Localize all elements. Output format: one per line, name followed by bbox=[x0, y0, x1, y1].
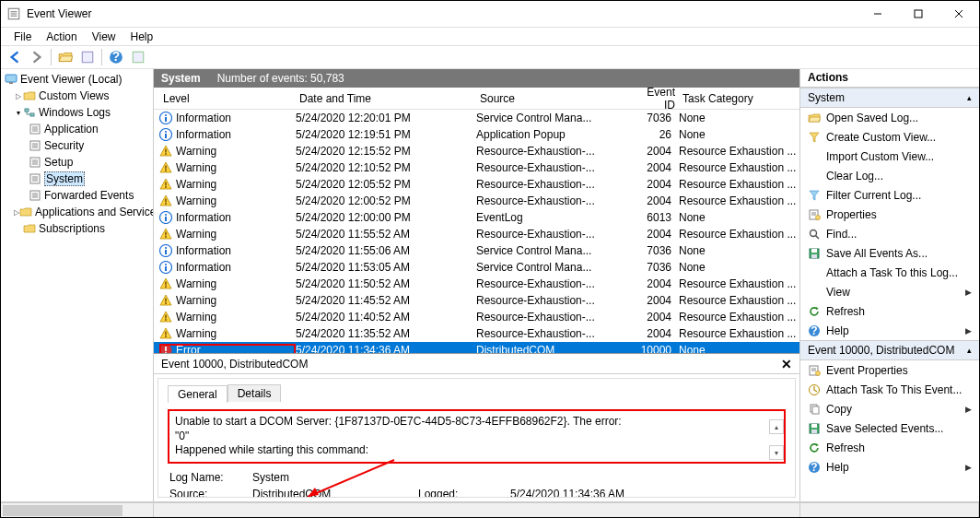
action-item[interactable]: Save Selected Events... bbox=[800, 418, 979, 438]
table-row[interactable]: Information5/24/2020 11:55:06 AMService … bbox=[154, 242, 799, 259]
action-item[interactable]: Copy▶ bbox=[800, 399, 979, 418]
maximize-button[interactable] bbox=[898, 1, 939, 27]
svg-rect-35 bbox=[133, 52, 143, 62]
tab-general[interactable]: General bbox=[168, 385, 228, 403]
table-row[interactable]: Warning5/24/2020 12:15:52 PMResource-Exh… bbox=[154, 143, 799, 159]
refresh-icon bbox=[808, 441, 821, 454]
back-button[interactable] bbox=[5, 47, 25, 67]
table-row[interactable]: Warning5/24/2020 12:10:52 PMResource-Exh… bbox=[154, 159, 799, 176]
action-item[interactable]: Create Custom View... bbox=[800, 127, 979, 147]
separator bbox=[101, 49, 102, 65]
close-button[interactable] bbox=[939, 1, 979, 27]
tree-custom-views[interactable]: ▷Custom Views bbox=[1, 88, 153, 104]
grid-body[interactable]: Information5/24/2020 12:20:01 PMService … bbox=[154, 110, 799, 353]
filter-y-icon bbox=[808, 131, 821, 144]
action-item[interactable]: Attach a Task To this Log... bbox=[800, 263, 979, 282]
action-item[interactable]: Refresh bbox=[800, 301, 979, 321]
menu-action[interactable]: Action bbox=[39, 30, 84, 43]
tree-apps-services[interactable]: ▷Applications and Services Lo bbox=[1, 204, 153, 220]
details-title-bar: Event 10000, DistributedCOM ✕ bbox=[154, 354, 799, 374]
props-icon bbox=[808, 208, 821, 221]
table-row[interactable]: Error5/24/2020 11:34:36 AMDistributedCOM… bbox=[154, 342, 799, 353]
action-item[interactable]: Event Properties bbox=[800, 360, 979, 380]
desc-scrollbar[interactable]: ▴▾ bbox=[769, 419, 784, 460]
preview-button[interactable] bbox=[128, 47, 148, 67]
help-icon bbox=[808, 461, 821, 474]
warn-icon bbox=[159, 161, 172, 174]
action-item[interactable]: Clear Log... bbox=[800, 166, 979, 185]
warn-icon bbox=[159, 194, 172, 207]
menu-file[interactable]: File bbox=[6, 30, 39, 43]
col-date[interactable]: Date and Time bbox=[296, 89, 476, 108]
tree-forwarded[interactable]: Forwarded Events bbox=[1, 187, 153, 204]
titlebar: Event Viewer bbox=[1, 1, 979, 27]
action-item[interactable]: Refresh bbox=[800, 438, 979, 457]
col-source[interactable]: Source bbox=[476, 89, 631, 108]
action-item[interactable]: Help▶ bbox=[800, 457, 979, 477]
info-icon bbox=[159, 244, 172, 257]
table-row[interactable]: Information5/24/2020 12:20:01 PMService … bbox=[154, 110, 799, 126]
table-row[interactable]: Warning5/24/2020 12:00:52 PMResource-Exh… bbox=[154, 193, 799, 209]
table-row[interactable]: Warning5/24/2020 11:50:52 AMResource-Exh… bbox=[154, 276, 799, 292]
nav-tree[interactable]: Event Viewer (Local) ▷Custom Views ▾Wind… bbox=[1, 69, 154, 501]
warn-icon bbox=[159, 145, 172, 158]
action-item[interactable]: Find... bbox=[800, 224, 979, 243]
table-row[interactable]: Warning5/24/2020 12:05:52 PMResource-Exh… bbox=[154, 176, 799, 193]
open-icon bbox=[808, 112, 821, 124]
tree-subscriptions[interactable]: ▷Subscriptions bbox=[1, 220, 153, 237]
log-name: System bbox=[161, 72, 201, 85]
table-row[interactable]: Information5/24/2020 12:19:51 PMApplicat… bbox=[154, 126, 799, 143]
action-item[interactable]: Properties bbox=[800, 205, 979, 224]
menu-help[interactable]: Help bbox=[123, 30, 161, 43]
table-row[interactable]: Warning5/24/2020 11:40:52 AMResource-Exh… bbox=[154, 309, 799, 325]
action-item[interactable]: Help▶ bbox=[800, 321, 979, 340]
annotation-arrow bbox=[302, 458, 403, 498]
table-row[interactable]: Information5/24/2020 12:00:00 PMEventLog… bbox=[154, 209, 799, 226]
tree-security[interactable]: Security bbox=[1, 137, 153, 154]
table-row[interactable]: Warning5/24/2020 11:55:52 AMResource-Exh… bbox=[154, 226, 799, 242]
error-icon bbox=[159, 344, 172, 353]
minimize-button[interactable] bbox=[858, 1, 898, 27]
action-item[interactable]: View▶ bbox=[800, 282, 979, 301]
tab-details[interactable]: Details bbox=[228, 384, 282, 402]
tree-system[interactable]: System bbox=[1, 171, 153, 187]
center-header: System Number of events: 50,783 bbox=[154, 69, 799, 88]
warn-icon bbox=[159, 277, 172, 290]
action-item[interactable]: Attach Task To This Event... bbox=[800, 380, 979, 399]
help-button[interactable] bbox=[106, 47, 126, 67]
table-row[interactable]: Information5/24/2020 11:53:05 AMService … bbox=[154, 259, 799, 276]
bottom-scrollbars[interactable] bbox=[1, 502, 979, 517]
find-icon bbox=[808, 228, 821, 241]
action-item[interactable]: Import Custom View... bbox=[800, 147, 979, 166]
warn-icon bbox=[159, 311, 172, 324]
help-icon bbox=[808, 324, 821, 337]
tree-setup[interactable]: Setup bbox=[1, 154, 153, 171]
event-count: 50,783 bbox=[310, 72, 344, 85]
tree-application[interactable]: Application bbox=[1, 121, 153, 137]
actions-section-event[interactable]: Event 10000, DistributedCOM▴ bbox=[800, 340, 979, 360]
col-level[interactable]: Level bbox=[159, 89, 296, 108]
properties-button[interactable] bbox=[77, 47, 98, 67]
refresh-icon bbox=[808, 305, 821, 318]
props-icon bbox=[808, 364, 821, 377]
tree-windows-logs[interactable]: ▾Windows Logs bbox=[1, 104, 153, 121]
info-icon bbox=[159, 112, 172, 124]
svg-line-36 bbox=[308, 460, 394, 497]
warn-icon bbox=[159, 178, 172, 191]
action-item[interactable]: Save All Events As... bbox=[800, 243, 979, 263]
forward-button[interactable] bbox=[27, 47, 47, 67]
action-item[interactable]: Open Saved Log... bbox=[800, 108, 979, 127]
table-row[interactable]: Warning5/24/2020 11:35:52 AMResource-Exh… bbox=[154, 325, 799, 342]
menu-view[interactable]: View bbox=[85, 30, 123, 43]
col-task[interactable]: Task Category bbox=[679, 89, 799, 108]
tree-root[interactable]: Event Viewer (Local) bbox=[1, 71, 153, 88]
actions-section-system[interactable]: System▴ bbox=[800, 88, 979, 108]
filter-b-icon bbox=[808, 189, 821, 202]
details-close-button[interactable]: ✕ bbox=[781, 357, 792, 371]
toolbar bbox=[1, 45, 979, 69]
table-row[interactable]: Warning5/24/2020 11:45:52 AMResource-Exh… bbox=[154, 292, 799, 309]
grid-header[interactable]: Level Date and Time Source Event ID Task… bbox=[154, 88, 799, 110]
action-item[interactable]: Filter Current Log... bbox=[800, 185, 979, 205]
svg-rect-31 bbox=[915, 10, 922, 18]
show-tree-button[interactable] bbox=[55, 47, 76, 67]
